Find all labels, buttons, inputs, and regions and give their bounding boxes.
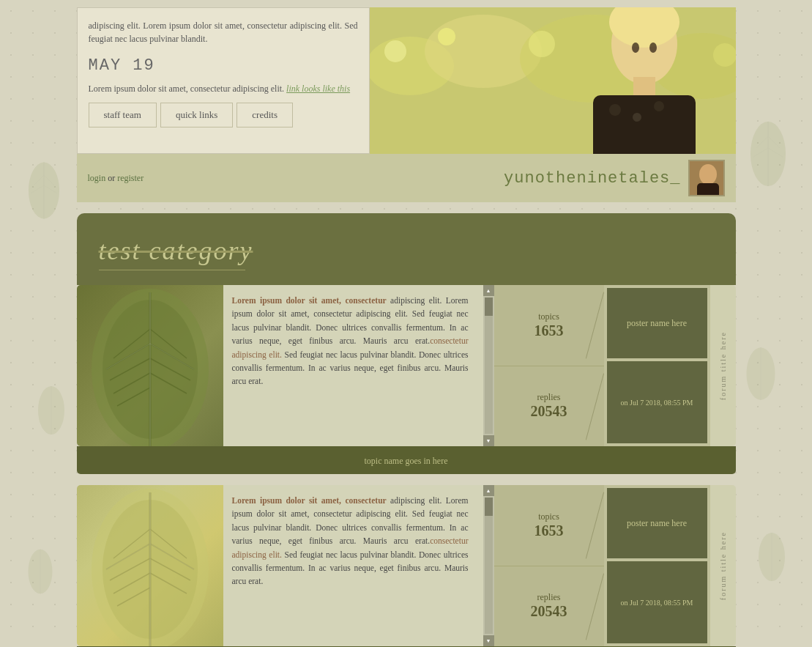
site-brand: yunotheninetales_ bbox=[504, 160, 724, 196]
poster-date-2: on Jul 7 2018, 08:55 PM bbox=[621, 599, 693, 607]
replies-count-2: 20543 bbox=[531, 603, 567, 620]
svg-line-4 bbox=[44, 175, 54, 185]
svg-point-14 bbox=[747, 347, 775, 400]
forum-title-rotated-2: forum title here bbox=[719, 531, 727, 600]
svg-rect-41 bbox=[697, 183, 719, 196]
category-header: test category bbox=[77, 213, 736, 285]
svg-point-27 bbox=[529, 31, 555, 57]
svg-point-36 bbox=[654, 101, 664, 111]
svg-line-9 bbox=[753, 148, 768, 157]
svg-point-12 bbox=[38, 386, 64, 435]
svg-point-40 bbox=[699, 164, 717, 185]
svg-point-35 bbox=[633, 113, 641, 122]
replies-count-1: 20543 bbox=[531, 403, 567, 420]
poster-date-box-2: on Jul 7 2018, 08:55 PM bbox=[607, 561, 707, 643]
forum-title-side-1: forum title here bbox=[710, 285, 736, 446]
topics-count-1: 1653 bbox=[534, 322, 564, 339]
svg-line-5 bbox=[44, 185, 57, 193]
topics-label-1: topics bbox=[538, 311, 559, 322]
scroll-track-2 bbox=[485, 498, 493, 634]
replies-stat-1: replies 20543 bbox=[494, 366, 604, 447]
header-section: adipiscing elit. Lorem ipsum dolor sit a… bbox=[77, 7, 736, 154]
scroll-down-2[interactable]: ▼ bbox=[483, 635, 494, 646]
topics-count-2: 1653 bbox=[534, 522, 564, 539]
scroll-up-2[interactable]: ▲ bbox=[483, 485, 494, 496]
login-bar: login or register yunotheninetales_ bbox=[77, 154, 736, 202]
forum-title-rotated-1: forum title here bbox=[719, 331, 727, 400]
topics-stat-2: topics 1653 bbox=[494, 485, 604, 566]
credits-button[interactable]: credits bbox=[236, 103, 293, 127]
svg-point-26 bbox=[438, 28, 455, 45]
staff-team-button[interactable]: staff team bbox=[89, 103, 157, 127]
svg-line-11 bbox=[768, 148, 783, 157]
main-content: adipiscing elit. Lorem ipsum dolor sit a… bbox=[77, 0, 736, 647]
poster-name-box-1: poster name here bbox=[607, 288, 707, 358]
svg-line-8 bbox=[756, 136, 768, 148]
scroll-up-1[interactable]: ▲ bbox=[483, 285, 494, 296]
scrollbar-1[interactable]: ▲ ▼ bbox=[483, 285, 494, 446]
forum-poster-1: poster name here on Jul 7 2018, 08:55 PM bbox=[604, 285, 710, 446]
register-link[interactable]: register bbox=[117, 173, 144, 183]
forum-leaf-1 bbox=[77, 285, 223, 446]
svg-point-18 bbox=[759, 533, 785, 581]
svg-line-10 bbox=[768, 136, 780, 148]
scrollbar-2[interactable]: ▲ ▼ bbox=[483, 485, 494, 646]
poster-date-1: on Jul 7 2018, 08:55 PM bbox=[621, 399, 693, 407]
forum-leaf-2 bbox=[77, 485, 223, 646]
svg-rect-33 bbox=[593, 95, 696, 154]
forum-side-2: forum title here bbox=[710, 485, 736, 646]
forum-stats-2: topics 1653 replies 20543 bbox=[494, 485, 604, 646]
quick-links-button[interactable]: quick links bbox=[160, 103, 233, 127]
scroll-thumb-2 bbox=[485, 498, 493, 516]
svg-point-37 bbox=[632, 42, 639, 53]
header-image bbox=[370, 7, 736, 154]
divider-1 bbox=[585, 292, 603, 358]
forum-desc-text-1: Lorem ipsum dolor sit amet, consectetur … bbox=[223, 285, 483, 446]
user-avatar bbox=[688, 160, 725, 196]
replies-label-1: replies bbox=[537, 392, 561, 403]
svg-point-16 bbox=[29, 550, 53, 594]
forum-row-2: Lorem ipsum dolor sit amet, consectetur … bbox=[77, 485, 736, 646]
latest-topic-name-1[interactable]: topic name goes in here bbox=[365, 456, 448, 466]
forum-side-1: forum title here bbox=[710, 285, 736, 446]
divider-3 bbox=[585, 492, 603, 558]
nav-buttons: staff team quick links credits bbox=[89, 103, 358, 127]
svg-line-3 bbox=[31, 185, 45, 193]
svg-point-29 bbox=[713, 43, 736, 67]
header-intro-text: adipiscing elit. Lorem ipsum dolor sit a… bbox=[89, 19, 358, 45]
svg-line-2 bbox=[34, 175, 44, 185]
poster-name-box-2: poster name here bbox=[607, 488, 707, 558]
forum-description-2: Lorem ipsum dolor sit amet, consectetur … bbox=[223, 485, 494, 646]
desc-highlight-2: Lorem ipsum dolor sit amet, consectetur bbox=[232, 496, 387, 505]
login-link[interactable]: login bbox=[88, 173, 106, 183]
login-text: login or register bbox=[88, 173, 144, 184]
desc-highlight-1: Lorem ipsum dolor sit amet, consectetur bbox=[232, 296, 387, 305]
poster-name-2: poster name here bbox=[627, 518, 687, 529]
topics-label-2: topics bbox=[538, 511, 559, 522]
scroll-thumb-1 bbox=[485, 297, 493, 316]
forum-title-side-2: forum title here bbox=[710, 485, 736, 646]
replies-stat-2: replies 20543 bbox=[494, 566, 604, 647]
forum-description-1: Lorem ipsum dolor sit amet, consectetur … bbox=[223, 285, 494, 446]
site-name: yunotheninetales_ bbox=[504, 169, 680, 188]
replies-label-2: replies bbox=[537, 592, 561, 603]
scroll-track-1 bbox=[485, 297, 493, 434]
poster-name-1: poster name here bbox=[627, 318, 687, 329]
category-title: test category bbox=[99, 235, 714, 270]
header-link[interactable]: link looks like this bbox=[286, 84, 350, 94]
scroll-down-1[interactable]: ▼ bbox=[483, 435, 494, 446]
svg-point-6 bbox=[750, 122, 786, 186]
forum-poster-2: poster name here on Jul 7 2018, 08:55 PM bbox=[604, 485, 710, 646]
header-banner bbox=[370, 7, 736, 154]
divider-4 bbox=[585, 573, 603, 640]
header-left-panel: adipiscing elit. Lorem ipsum dolor sit a… bbox=[77, 7, 370, 154]
poster-date-box-1: on Jul 7 2018, 08:55 PM bbox=[607, 361, 707, 443]
svg-point-0 bbox=[29, 163, 59, 219]
latest-topic-bar-1: topic name goes in here bbox=[77, 446, 736, 474]
svg-point-34 bbox=[609, 104, 621, 116]
forum-desc-text-2: Lorem ipsum dolor sit amet, consectetur … bbox=[223, 485, 483, 646]
forum-row: Lorem ipsum dolor sit amet, consectetur … bbox=[77, 285, 736, 446]
topics-stat-1: topics 1653 bbox=[494, 285, 604, 366]
divider-2 bbox=[585, 373, 603, 440]
date-heading: MAY 19 bbox=[89, 56, 358, 75]
